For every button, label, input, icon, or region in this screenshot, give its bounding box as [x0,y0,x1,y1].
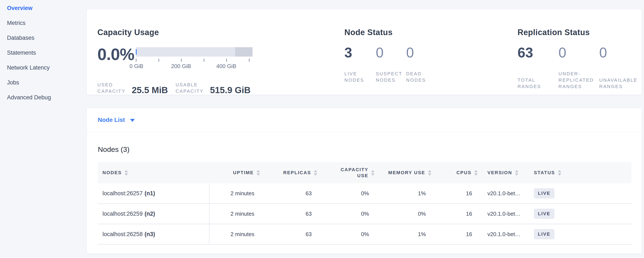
live-nodes-count: 3 [344,46,376,60]
cpus-cell: 16 [432,204,478,224]
replication-status-section: Replication Status 63 0 0 TOTAL RANGES U… [518,9,642,95]
sidebar-item-metrics[interactable]: Metrics [7,20,86,26]
capacity-usage-title: Capacity Usage [98,28,344,37]
sidebar-item-databases[interactable]: Databases [7,35,86,41]
node-list-body: Nodes (3) NODES UPTIME REPLICAS [87,132,642,253]
column-header-version[interactable]: VERSION [478,162,530,183]
capacity-usage-section: Capacity Usage 0.0% [98,9,344,95]
total-ranges-count: 63 [518,46,558,60]
sort-arrows-icon [314,170,317,176]
column-header-memory-use[interactable]: MEMORY USE [374,162,432,183]
status-badge: LIVE [534,209,554,219]
axis-tick [204,59,204,62]
node-address-cell[interactable]: localhost:26258 (n3) [98,224,210,244]
version-cell: v20.1.0-bet… [478,183,530,203]
nodes-table-body: localhost:26257 (n1) 2 minutes 63 0% 1% … [98,183,632,245]
uptime-cell: 2 minutes [210,204,260,224]
under-replicated-ranges-label: UNDER-REPLICATED RANGES [558,71,601,90]
version-cell: v20.1.0-bet… [478,224,530,244]
nodes-table-header: NODES UPTIME REPLICAS CAPACITY USE [98,162,632,183]
sidebar: Overview Metrics Databases Statements Ne… [0,0,86,258]
sort-arrows-icon [558,170,561,176]
replicas-cell: 63 [260,224,317,244]
used-capacity-stat: USED CAPACITY 25.5 MiB [98,82,168,94]
replication-status-title: Replication Status [518,28,642,37]
node-list-dropdown[interactable]: Node List [98,116,135,123]
sidebar-item-network-latency[interactable]: Network Latency [7,65,86,71]
sort-arrows-icon [124,170,128,176]
version-cell: v20.1.0-bet… [478,204,530,224]
cpus-cell: 16 [432,183,478,203]
status-cell: LIVE [530,183,632,203]
sort-arrows-icon [474,170,478,176]
capacity-use-cell: 0% [317,224,374,244]
column-header-status[interactable]: STATUS [530,162,632,183]
capacity-gauge-track [136,47,252,57]
column-header-uptime[interactable]: UPTIME [210,162,260,183]
sidebar-item-jobs[interactable]: Jobs [7,80,86,85]
table-row-node-3[interactable]: localhost:26258 (n3) 2 minutes 63 0% 1% … [98,224,632,245]
sidebar-item-overview[interactable]: Overview [7,5,86,11]
node-id: (n3) [144,231,155,237]
cpus-cell: 16 [432,224,478,244]
suspect-nodes-label: SUSPECT NODES [376,71,404,83]
node-id: (n2) [144,211,155,217]
sort-arrows-icon [371,170,374,176]
axis-label-200gib: 200 GiB [171,63,191,70]
sidebar-item-statements[interactable]: Statements [7,50,86,56]
node-address-cell[interactable]: localhost:26257 (n1) [98,183,210,203]
capacity-gauge: 0 GiB 200 GiB 400 GiB [136,47,252,70]
axis-label-0gib: 0 GiB [130,63,143,70]
column-header-cpus[interactable]: CPUS [432,162,478,183]
sort-arrows-icon [428,170,432,176]
total-ranges-label: TOTAL RANGES [518,77,560,90]
node-list-header-bar: Node List [87,108,642,132]
usable-capacity-value: 515.9 GiB [210,86,250,94]
dead-nodes-label: DEAD NODES [406,71,434,83]
under-replicated-ranges-count: 0 [558,46,599,60]
uptime-cell: 2 minutes [210,183,260,203]
capacity-gauge-used-marker [136,49,137,55]
suspect-nodes-count: 0 [376,46,406,60]
column-header-replicas[interactable]: REPLICAS [260,162,317,183]
nodes-table: NODES UPTIME REPLICAS CAPACITY USE [98,162,632,245]
capacity-gauge-reserved-segment [235,47,253,57]
used-capacity-value: 25.5 MiB [132,86,168,94]
axis-tick [136,59,136,62]
axis-tick [249,59,250,62]
unavailable-ranges-label: UNAVAILABLE RANGES [599,77,642,90]
sidebar-item-advanced-debug[interactable]: Advanced Debug [7,95,86,100]
usable-capacity-stat: USABLE CAPACITY 515.9 GiB [176,82,250,94]
axis-tick [226,59,227,62]
used-capacity-label: USED CAPACITY [98,82,131,94]
main-content: Capacity Usage 0.0% [86,0,644,258]
unavailable-ranges-count: 0 [599,46,607,60]
status-badge: LIVE [534,188,554,198]
column-header-capacity-use[interactable]: CAPACITY USE [317,162,374,183]
table-row-node-1[interactable]: localhost:26257 (n1) 2 minutes 63 0% 1% … [98,183,632,204]
replicas-cell: 63 [260,204,317,224]
node-address-cell[interactable]: localhost:26259 (n2) [98,204,210,224]
cluster-summary-card: Capacity Usage 0.0% [86,9,642,95]
node-status-title: Node Status [344,28,518,37]
column-header-nodes[interactable]: NODES [98,162,210,183]
axis-tick [181,59,182,62]
uptime-cell: 2 minutes [210,224,260,244]
capacity-use-cell: 0% [317,183,374,203]
sort-arrows-icon [256,170,260,176]
status-cell: LIVE [530,204,632,224]
memory-use-cell: 1% [374,224,432,244]
sort-arrows-icon [515,170,518,176]
node-list-card: Node List Nodes (3) NODES UPTIME [86,108,642,254]
node-status-section: Node Status 3 0 0 LIVE NODES SUSPECT NOD… [344,9,518,95]
nodes-heading: Nodes (3) [98,145,634,154]
memory-use-cell: 0% [374,204,432,224]
page: Overview Metrics Databases Statements Ne… [0,0,644,258]
table-row-node-2[interactable]: localhost:26259 (n2) 2 minutes 63 0% 0% … [98,204,632,224]
node-list-dropdown-label: Node List [98,116,125,123]
memory-use-cell: 1% [374,183,432,203]
axis-label-400gib: 400 GiB [216,63,236,70]
status-badge: LIVE [534,229,554,239]
chevron-down-icon [130,119,135,122]
usable-capacity-label: USABLE CAPACITY [176,82,209,94]
